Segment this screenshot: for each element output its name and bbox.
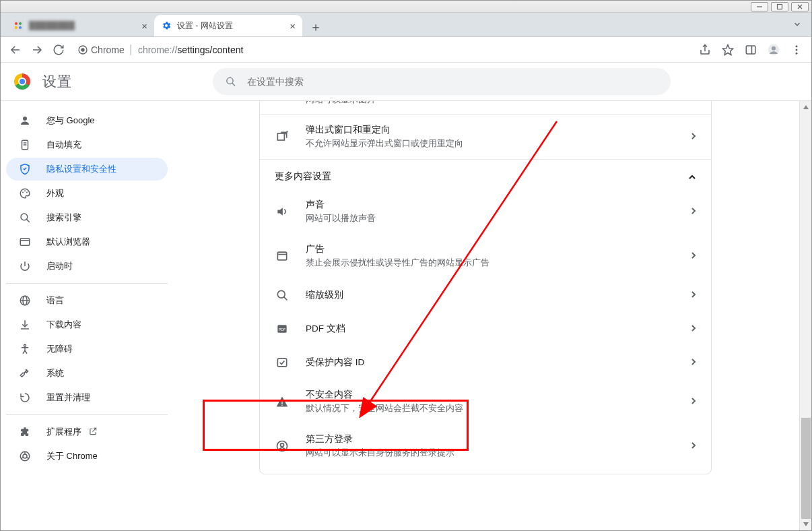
svg-point-30 <box>26 192 28 193</box>
svg-rect-52 <box>277 133 284 140</box>
new-tab-button[interactable]: ＋ <box>306 18 325 36</box>
chevron-up-icon <box>688 172 696 182</box>
share-button[interactable] <box>694 39 716 61</box>
favicon-generic-icon <box>13 20 24 31</box>
settings-search-input[interactable] <box>246 75 658 88</box>
menu-button[interactable] <box>786 39 807 61</box>
svg-marker-68 <box>803 522 809 526</box>
svg-point-24 <box>23 117 27 121</box>
chevron-right-icon <box>691 324 696 334</box>
sidebar-item-label: 重置并清理 <box>46 392 90 404</box>
sidebar-item-search-engine[interactable]: 搜索引擎 <box>6 206 168 229</box>
svg-point-5 <box>15 22 18 25</box>
sidebar-item-on-startup[interactable]: 启动时 <box>6 255 168 278</box>
omnibox-url: chrome://settings/content <box>138 44 243 55</box>
omnibox[interactable]: Chrome │ chrome://settings/content <box>73 40 690 59</box>
content-row-third-party-login[interactable]: 第三方登录 网站可以显示来自身份服务的登录提示 <box>260 424 711 468</box>
content-settings-card: 网站可以显示图片 弹出式窗口和重定向 不允许网站显示弹出式窗口或使用重定向 更多… <box>259 101 712 474</box>
protected-content-icon <box>275 356 290 369</box>
settings-main: 网站可以显示图片 弹出式窗口和重定向 不允许网站显示弹出式窗口或使用重定向 更多… <box>173 101 811 530</box>
sidebar-item-extensions[interactable]: 扩展程序 <box>6 420 168 443</box>
reload-button[interactable] <box>48 39 69 61</box>
autofill-icon <box>18 139 32 151</box>
svg-point-6 <box>19 22 22 25</box>
palette-icon <box>18 187 32 199</box>
tab-overflow-icon[interactable] <box>792 20 802 31</box>
content-row-sound[interactable]: 声音 网站可以播放声音 <box>260 189 711 234</box>
svg-text:PDF: PDF <box>279 327 285 332</box>
tab-close-icon[interactable]: × <box>141 20 147 32</box>
scrollbar-thumb[interactable] <box>801 418 811 519</box>
chevron-right-icon <box>691 358 696 368</box>
section-more-content-settings[interactable]: 更多内容设置 <box>260 159 711 189</box>
settings-search[interactable] <box>213 68 671 95</box>
external-link-icon <box>88 427 98 438</box>
tab-title: 设置 - 网站设置 <box>177 20 284 32</box>
sidebar-item-system[interactable]: 系统 <box>6 362 168 385</box>
shield-icon <box>18 163 32 175</box>
content-row-ads[interactable]: 广告 禁止会展示侵扰性或误导性广告的网站显示广告 <box>260 234 711 278</box>
svg-line-32 <box>26 219 29 222</box>
svg-point-18 <box>772 46 776 50</box>
scrollbar[interactable] <box>799 101 811 530</box>
sidebar-item-reset[interactable]: 重置并清理 <box>6 386 168 409</box>
content-row-pdf[interactable]: PDF PDF 文档 <box>260 312 711 346</box>
zoom-icon <box>275 288 290 302</box>
content-row-insecure-content[interactable]: 不安全内容 默认情况下，安全网站会拦截不安全内容 <box>260 379 711 424</box>
content-row-images-partial[interactable]: 网站可以显示图片 <box>260 101 711 114</box>
back-button[interactable] <box>5 39 26 61</box>
window-close-button[interactable] <box>791 2 809 11</box>
sidebar-item-about-chrome[interactable]: 关于 Chrome <box>6 445 168 468</box>
user-circle-icon <box>275 439 290 453</box>
svg-line-23 <box>232 83 235 86</box>
forward-button[interactable] <box>26 39 48 61</box>
profile-button[interactable] <box>763 39 784 61</box>
page-title: 设置 <box>42 72 71 91</box>
window-minimize-button[interactable] <box>751 2 768 11</box>
window-maximize-button[interactable] <box>771 2 788 11</box>
sidebar-item-downloads[interactable]: 下载内容 <box>6 313 168 336</box>
sidebar-item-label: 系统 <box>46 367 64 379</box>
svg-rect-62 <box>281 405 282 406</box>
search-icon <box>18 212 32 224</box>
chrome-page-icon <box>77 44 88 55</box>
omnibox-label: Chrome <box>91 44 125 55</box>
svg-line-51 <box>26 458 28 459</box>
sidebar-item-default-browser[interactable]: 默认浏览器 <box>6 230 168 253</box>
tab-inactive[interactable]: ████████ × <box>6 15 154 36</box>
svg-point-21 <box>796 52 798 54</box>
sidebar-item-privacy-security[interactable]: 隐私设置和安全性 <box>6 158 168 181</box>
svg-point-12 <box>81 48 84 51</box>
sidebar-item-label: 自动填充 <box>46 139 81 151</box>
scrollbar-up-button[interactable] <box>800 101 811 113</box>
tab-close-icon[interactable]: × <box>290 20 296 32</box>
sidebar-item-label: 默认浏览器 <box>46 236 90 248</box>
sidebar-item-languages[interactable]: 语言 <box>6 289 168 312</box>
sidebar-item-autofill[interactable]: 自动填充 <box>6 133 168 156</box>
search-icon <box>225 75 236 88</box>
bookmark-button[interactable] <box>717 39 739 61</box>
content-row-popups[interactable]: 弹出式窗口和重定向 不允许网站显示弹出式窗口或使用重定向 <box>260 114 711 159</box>
side-panel-button[interactable] <box>740 39 762 61</box>
sidebar-item-you-and-google[interactable]: 您与 Google <box>6 109 168 132</box>
sidebar-item-appearance[interactable]: 外观 <box>6 182 168 205</box>
sidebar-item-label: 无障碍 <box>46 343 73 355</box>
power-icon <box>18 260 32 272</box>
wrench-icon <box>18 367 32 379</box>
sidebar-item-accessibility[interactable]: 无障碍 <box>6 338 168 361</box>
ads-icon <box>275 249 290 263</box>
sidebar-divider <box>6 414 168 415</box>
browser-icon <box>18 236 32 248</box>
content-row-protected-content[interactable]: 受保护内容 ID <box>260 346 711 379</box>
chevron-right-icon <box>691 441 696 451</box>
svg-rect-4 <box>13 20 24 31</box>
tab-active[interactable]: 设置 - 网站设置 × <box>154 15 302 36</box>
sidebar-item-label: 关于 Chrome <box>46 450 98 462</box>
content-row-zoom[interactable]: 缩放级别 <box>260 278 711 312</box>
toolbar: Chrome │ chrome://settings/content <box>1 37 811 63</box>
accessibility-icon <box>18 343 32 355</box>
svg-point-64 <box>281 443 284 447</box>
chevron-right-icon <box>691 132 696 142</box>
scrollbar-down-button[interactable] <box>800 518 811 530</box>
sidebar-item-label: 语言 <box>46 294 64 307</box>
